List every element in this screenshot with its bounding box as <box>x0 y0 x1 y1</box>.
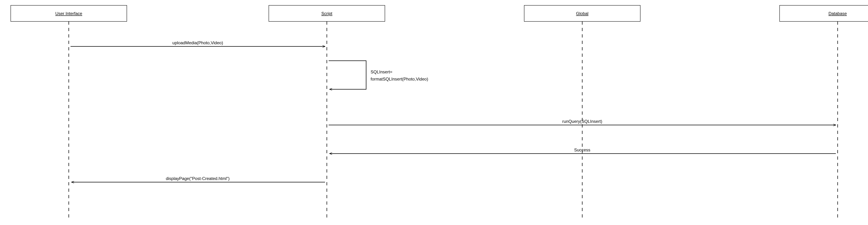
participant-global: Global <box>524 5 640 22</box>
message-upload-media: uploadMedia(Photo,Video) <box>70 40 325 46</box>
participant-ui: User Interface <box>11 5 127 22</box>
participant-database-label: Database <box>829 11 847 16</box>
sequence-diagram: User Interface Script Global Database up… <box>0 0 868 225</box>
message-upload-media-label: uploadMedia(Photo,Video) <box>172 40 223 45</box>
message-run-query: runQuery(SQLInsert) <box>329 119 836 125</box>
participant-script-label: Script <box>321 11 332 16</box>
message-format-sql-insert-label-1: SQLInsert= <box>371 69 393 74</box>
participant-database: Database <box>780 5 868 22</box>
message-run-query-label: runQuery(SQLInsert) <box>562 119 602 124</box>
participant-ui-label: User Interface <box>55 11 82 16</box>
message-display-page: displayPage("Post-Created.html") <box>71 176 325 182</box>
message-success-label: Success <box>574 148 590 152</box>
participant-global-label: Global <box>576 11 588 16</box>
message-format-sql-insert: SQLInsert= formatSQLInsert(Photo,Video) <box>329 61 428 89</box>
message-success: Success <box>330 148 836 154</box>
message-format-sql-insert-label-2: formatSQLInsert(Photo,Video) <box>371 76 428 82</box>
svg-rect-3 <box>780 5 868 22</box>
message-display-page-label: displayPage("Post-Created.html") <box>166 176 229 181</box>
participant-script: Script <box>269 5 385 22</box>
